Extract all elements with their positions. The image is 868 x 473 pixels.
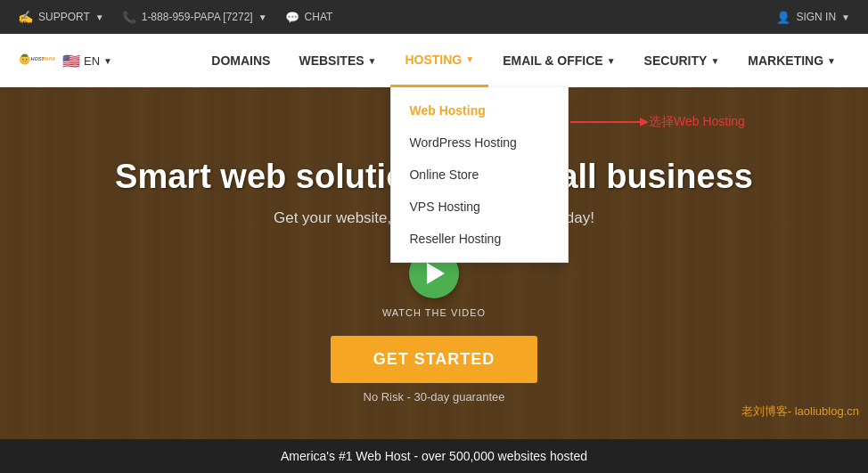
support-icon: ✍ xyxy=(18,10,33,24)
sign-in-link[interactable]: 👤 SIGN IN ▼ xyxy=(776,11,850,24)
annotation: 选择Web Hosting xyxy=(570,114,745,130)
chat-icon: 💬 xyxy=(285,11,299,24)
nav-marketing[interactable]: MARKETING ▼ xyxy=(733,34,850,87)
nav-hosting[interactable]: HOSTING ▼ xyxy=(390,34,488,87)
svg-text:PAPA: PAPA xyxy=(43,56,55,61)
svg-point-5 xyxy=(26,59,28,61)
signin-arrow: ▼ xyxy=(841,12,850,22)
nav-security[interactable]: SECURITY ▼ xyxy=(630,34,734,87)
annotation-text: 选择Web Hosting xyxy=(649,114,745,130)
watch-label: WATCH THE VIDEO xyxy=(115,307,753,318)
bottom-bar-text: America's #1 Web Host - over 500,000 web… xyxy=(281,449,587,463)
bottom-bar: America's #1 Web Host - over 500,000 web… xyxy=(0,439,868,473)
chat-label: CHAT xyxy=(305,11,333,23)
watermark: 老刘博客- laoliublog.cn xyxy=(741,404,859,420)
marketing-arrow: ▼ xyxy=(827,56,836,66)
support-label: SUPPORT xyxy=(38,11,90,23)
nav-links: DOMAINS WEBSITES ▼ HOSTING ▼ Web Hosting… xyxy=(197,34,850,87)
dropdown-vps-hosting[interactable]: VPS Hosting xyxy=(391,191,568,223)
lang-arrow: ▼ xyxy=(103,56,112,66)
language-selector[interactable]: 🇺🇸 EN ▼ xyxy=(62,53,112,69)
guarantee-text: No Risk - 30-day guarantee xyxy=(115,390,753,404)
logo[interactable]: HOST PAPA xyxy=(18,43,62,78)
get-started-button[interactable]: GET STARTED xyxy=(331,336,538,383)
lang-label: EN xyxy=(84,54,100,68)
logo-svg: HOST PAPA xyxy=(18,42,62,79)
nav-bar: HOST PAPA 🇺🇸 EN ▼ DOMAINS WEBSITES ▼ HOS… xyxy=(0,34,868,87)
phone-label: 1-888-959-PAPA [7272] xyxy=(142,11,253,23)
phone-link[interactable]: 📞 1-888-959-PAPA [7272] ▼ xyxy=(122,11,267,24)
dropdown-reseller-hosting[interactable]: Reseller Hosting xyxy=(391,223,568,255)
sign-in-label: SIGN IN xyxy=(796,11,836,23)
svg-point-4 xyxy=(22,59,24,61)
phone-arrow: ▼ xyxy=(258,12,267,22)
dropdown-online-store[interactable]: Online Store xyxy=(391,159,568,191)
flag-icon: 🇺🇸 xyxy=(62,53,80,69)
nav-domains[interactable]: DOMAINS xyxy=(197,34,284,87)
hosting-dropdown: Web Hosting WordPress Hosting Online Sto… xyxy=(390,87,569,263)
annotation-line xyxy=(570,121,642,123)
svg-point-7 xyxy=(27,59,28,60)
dropdown-wordpress-hosting[interactable]: WordPress Hosting xyxy=(391,126,568,159)
nav-websites[interactable]: WEBSITES ▼ xyxy=(284,34,390,87)
chat-link[interactable]: 💬 CHAT xyxy=(285,11,333,24)
top-bar-left: ✍ SUPPORT ▼ 📞 1-888-959-PAPA [7272] ▼ 💬 … xyxy=(18,10,332,24)
top-bar: ✍ SUPPORT ▼ 📞 1-888-959-PAPA [7272] ▼ 💬 … xyxy=(0,0,868,34)
websites-arrow: ▼ xyxy=(368,56,377,66)
hosting-wrapper: HOSTING ▼ Web Hosting WordPress Hosting … xyxy=(390,34,488,87)
phone-icon: 📞 xyxy=(122,11,136,24)
play-icon xyxy=(427,263,445,284)
user-icon: 👤 xyxy=(776,11,790,24)
email-arrow: ▼ xyxy=(607,56,616,66)
support-link[interactable]: ✍ SUPPORT ▼ xyxy=(18,10,104,24)
nav-email-office[interactable]: EMAIL & OFFICE ▼ xyxy=(488,34,629,87)
security-arrow: ▼ xyxy=(710,56,719,66)
svg-point-6 xyxy=(23,59,24,60)
support-arrow: ▼ xyxy=(95,12,104,22)
dropdown-web-hosting[interactable]: Web Hosting xyxy=(391,94,568,126)
hosting-arrow: ▼ xyxy=(465,54,474,64)
